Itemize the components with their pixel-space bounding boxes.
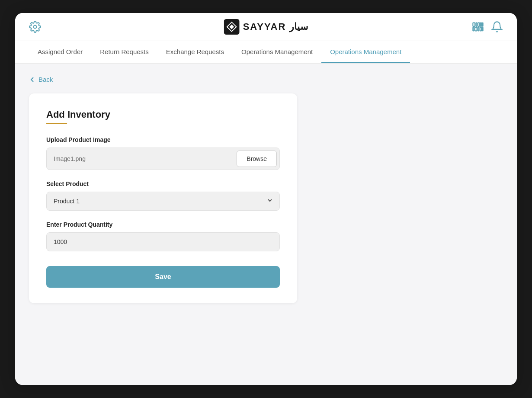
svg-rect-7 — [473, 27, 474, 31]
select-wrapper: Product 1 Product 2 Product 3 — [46, 192, 280, 211]
logo-text: SAYYAR — [243, 21, 286, 32]
header-left — [29, 21, 41, 33]
product-select[interactable]: Product 1 Product 2 Product 3 — [47, 192, 279, 210]
file-input-row: Image1.png Browse — [46, 148, 280, 170]
tab-operations-management-2[interactable]: Operations Management — [321, 41, 410, 63]
save-button[interactable]: Save — [46, 266, 280, 288]
quantity-group: Enter Product Quantity — [46, 221, 280, 251]
browse-button[interactable]: Browse — [237, 151, 277, 167]
back-link[interactable]: Back — [29, 76, 53, 83]
logo-area: SAYYAR سيار — [224, 19, 308, 35]
svg-point-0 — [34, 26, 37, 29]
gear-icon[interactable] — [29, 21, 41, 33]
file-name-display: Image1.png — [47, 150, 234, 167]
logo-arabic: سيار — [289, 21, 308, 32]
upload-label: Upload Product Image — [46, 136, 280, 143]
select-product-label: Select Product — [46, 180, 280, 187]
quantity-input[interactable] — [46, 232, 280, 251]
quantity-label: Enter Product Quantity — [46, 221, 280, 228]
nav-tabs: Assigned Order Return Requests Exchange … — [15, 41, 517, 64]
svg-rect-9 — [478, 27, 479, 31]
svg-rect-8 — [475, 27, 477, 31]
barcode-icon[interactable] — [472, 21, 484, 33]
svg-rect-6 — [483, 23, 483, 26]
tab-assigned-order[interactable]: Assigned Order — [29, 41, 91, 63]
svg-rect-5 — [481, 23, 481, 26]
logo-icon — [224, 19, 240, 35]
title-underline — [46, 123, 67, 124]
header-right — [472, 21, 503, 33]
select-product-group: Select Product Product 1 Product 2 Produ… — [46, 180, 280, 211]
tab-operations-management-1[interactable]: Operations Management — [233, 41, 321, 63]
bell-icon[interactable] — [491, 21, 503, 33]
content-area: Back Add Inventory Upload Product Image … — [15, 64, 517, 385]
back-label: Back — [38, 76, 53, 83]
svg-rect-11 — [483, 27, 483, 31]
app-container: SAYYAR سيار Assigned Order — [15, 13, 517, 385]
upload-product-image-group: Upload Product Image Image1.png Browse — [46, 136, 280, 170]
header: SAYYAR سيار — [15, 13, 517, 41]
svg-rect-10 — [480, 27, 482, 31]
back-chevron-icon — [29, 76, 36, 83]
svg-rect-4 — [478, 23, 480, 26]
tab-exchange-requests[interactable]: Exchange Requests — [157, 41, 233, 63]
form-card: Add Inventory Upload Product Image Image… — [29, 93, 297, 303]
svg-rect-2 — [473, 23, 475, 26]
card-title: Add Inventory — [46, 109, 280, 120]
tab-return-requests[interactable]: Return Requests — [91, 41, 157, 63]
svg-rect-3 — [476, 23, 477, 26]
